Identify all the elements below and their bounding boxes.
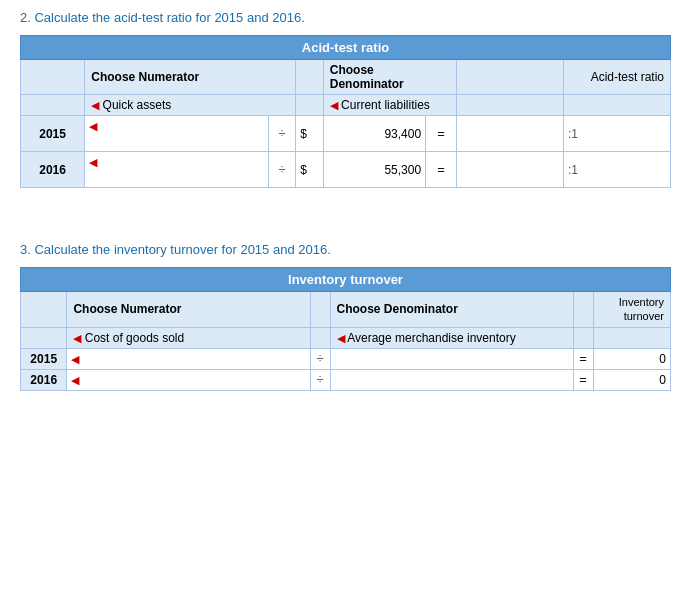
result-input-2015[interactable] bbox=[509, 127, 559, 141]
flag-icon-2016: ◀ bbox=[89, 156, 97, 168]
question-3-text: 3. Calculate the inventory turnover for bbox=[20, 242, 237, 257]
inv-row-2016: 2016 ◀ ÷ = 0 bbox=[21, 369, 671, 390]
inv-div-2015: ÷ bbox=[310, 348, 330, 369]
inv-result-2016: 0 bbox=[593, 369, 670, 390]
inv-eq-2015: = bbox=[573, 348, 593, 369]
dollar-2015: $ bbox=[296, 116, 324, 152]
question-2-year2: 2016 bbox=[272, 10, 301, 25]
inv-empty-eq2 bbox=[573, 327, 593, 348]
numerator-field-2015[interactable] bbox=[89, 133, 264, 149]
inv-result-line1: Inventory bbox=[619, 296, 664, 308]
inv-den-field-2016[interactable] bbox=[335, 372, 546, 388]
spacer bbox=[20, 212, 671, 242]
inv-numerator-header: Choose Numerator bbox=[67, 292, 310, 328]
acid-test-table: Acid-test ratio Choose Numerator Choose … bbox=[20, 35, 671, 188]
inv-title: Inventory turnover bbox=[21, 268, 671, 292]
inv-result-header: Inventory turnover bbox=[593, 292, 670, 328]
inv-row-2015: 2015 ◀ ÷ = 0 bbox=[21, 348, 671, 369]
inv-flag-2016: ◀ bbox=[71, 374, 79, 386]
inv-year-2015: 2015 bbox=[21, 348, 67, 369]
numerator-header: Choose Numerator bbox=[85, 60, 296, 95]
equals-2015: = bbox=[426, 116, 457, 152]
inv-den-input-2015[interactable] bbox=[330, 348, 573, 369]
suffix-2016: :1 bbox=[563, 152, 670, 188]
numerator-input-2016[interactable]: ◀ bbox=[85, 152, 269, 188]
inv-num-field-2015[interactable] bbox=[83, 351, 294, 367]
section-2: 2. Calculate the acid-test ratio for 201… bbox=[20, 10, 671, 188]
denominator-value: ◀ Current liabilities bbox=[323, 95, 456, 116]
flag-icon-denominator: ◀ bbox=[330, 99, 338, 111]
empty-eq2 bbox=[456, 95, 563, 116]
inv-denominator-value: ◀ Average merchandise inventory bbox=[330, 327, 573, 348]
result-2015[interactable] bbox=[456, 116, 563, 152]
inv-eq-2016: = bbox=[573, 369, 593, 390]
inv-title-row: Inventory turnover bbox=[21, 268, 671, 292]
result-empty bbox=[563, 95, 670, 116]
result-header: Acid-test ratio bbox=[563, 60, 670, 95]
dollar-2016: $ bbox=[296, 152, 324, 188]
flag-icon-2015: ◀ bbox=[89, 120, 97, 132]
acid-test-choose-row: ◀ Quick assets ◀ Current liabilities bbox=[21, 95, 671, 116]
numerator-field-2016[interactable] bbox=[89, 169, 264, 185]
acid-test-title: Acid-test ratio bbox=[21, 36, 671, 60]
suffix-2015: :1 bbox=[563, 116, 670, 152]
inv-flag-num: ◀ bbox=[73, 332, 81, 344]
inventory-turnover-table: Inventory turnover Choose Numerator Choo… bbox=[20, 267, 671, 391]
question-2-label: 2. Calculate the acid-test ratio for 201… bbox=[20, 10, 671, 25]
year-2016-label: 2016 bbox=[21, 152, 85, 188]
inv-choose-row: ◀ Cost of goods sold ◀ Average merchandi… bbox=[21, 327, 671, 348]
acid-test-subheader: Choose Numerator Choose Denominator Acid… bbox=[21, 60, 671, 95]
empty-op2 bbox=[296, 95, 324, 116]
inv-num-input-2015[interactable]: ◀ bbox=[67, 348, 310, 369]
denominator-header: Choose Denominator bbox=[323, 60, 456, 95]
inv-den-field-2015[interactable] bbox=[335, 351, 546, 367]
result-input-2016[interactable] bbox=[509, 163, 559, 177]
result-2016[interactable] bbox=[456, 152, 563, 188]
inv-empty-choose bbox=[21, 327, 67, 348]
inv-subheader: Choose Numerator Choose Denominator Inve… bbox=[21, 292, 671, 328]
question-2-number: 2. Calculate the acid-test ratio for bbox=[20, 10, 211, 25]
empty-eq bbox=[456, 60, 563, 95]
numerator-input-2015[interactable]: ◀ bbox=[85, 116, 269, 152]
inv-empty-eq bbox=[573, 292, 593, 328]
inv-flag-den: ◀ bbox=[337, 332, 345, 344]
inv-num-input-2016[interactable]: ◀ bbox=[67, 369, 310, 390]
acid-test-title-row: Acid-test ratio bbox=[21, 36, 671, 60]
numerator-value: ◀ Quick assets bbox=[85, 95, 296, 116]
inv-empty-op bbox=[310, 292, 330, 328]
question-2-year1: 2015 bbox=[214, 10, 243, 25]
inv-result-2015: 0 bbox=[593, 348, 670, 369]
inv-result-empty bbox=[593, 327, 670, 348]
acid-test-row-2016: 2016 ◀ ÷ $ 55,300 = :1 bbox=[21, 152, 671, 188]
section-3: 3. Calculate the inventory turnover for … bbox=[20, 242, 671, 391]
divide-op-2015: ÷ bbox=[268, 116, 296, 152]
flag-icon-numerator: ◀ bbox=[91, 99, 99, 111]
amount-2016: 55,300 bbox=[323, 152, 425, 188]
inv-result-line2: turnover bbox=[624, 310, 664, 322]
equals-2016: = bbox=[426, 152, 457, 188]
divide-op-2016: ÷ bbox=[268, 152, 296, 188]
question-2-and: and bbox=[247, 10, 272, 25]
inv-year-2016: 2016 bbox=[21, 369, 67, 390]
acid-test-row-2015: 2015 ◀ ÷ $ 93,400 = :1 bbox=[21, 116, 671, 152]
inv-flag-2015: ◀ bbox=[71, 353, 79, 365]
inv-div-2016: ÷ bbox=[310, 369, 330, 390]
inv-num-field-2016[interactable] bbox=[83, 372, 294, 388]
question-3-label: 3. Calculate the inventory turnover for … bbox=[20, 242, 671, 257]
question-3-year2: 2016 bbox=[298, 242, 327, 257]
amount-2015: 93,400 bbox=[323, 116, 425, 152]
empty-choose-1 bbox=[21, 95, 85, 116]
question-3-year1: 2015 bbox=[240, 242, 269, 257]
empty-op bbox=[296, 60, 324, 95]
inv-numerator-value: ◀ Cost of goods sold bbox=[67, 327, 310, 348]
inv-empty-op2 bbox=[310, 327, 330, 348]
empty-cell-1 bbox=[21, 60, 85, 95]
inv-den-input-2016[interactable] bbox=[330, 369, 573, 390]
question-3-and: and bbox=[273, 242, 298, 257]
inv-empty-1 bbox=[21, 292, 67, 328]
inv-denominator-header: Choose Denominator bbox=[330, 292, 573, 328]
year-2015-label: 2015 bbox=[21, 116, 85, 152]
